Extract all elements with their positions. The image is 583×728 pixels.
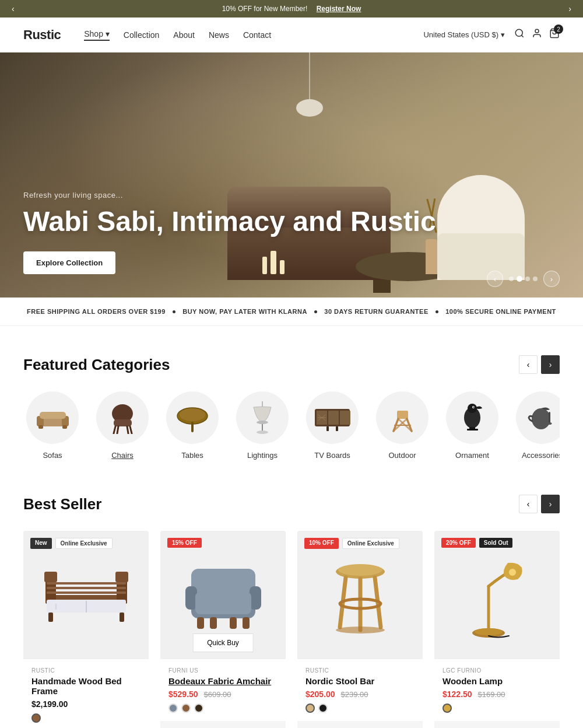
product-img-2: 15% OFF Qui (160, 531, 286, 659)
categories-section: Featured Categories ‹ › Sofas (0, 326, 583, 489)
product-card-4[interactable]: 20% OFF Sold Out (434, 531, 560, 728)
svg-rect-25 (340, 411, 350, 425)
hero-prev-btn[interactable]: ‹ (487, 271, 503, 287)
svg-rect-44 (549, 412, 550, 424)
category-tables[interactable]: Tables (163, 391, 222, 460)
category-outdoor[interactable]: Outdoor (373, 391, 431, 460)
svg-line-11 (114, 426, 115, 433)
hero-controls: ‹ › (487, 271, 560, 287)
product-card-1[interactable]: New Online Exclusive (23, 531, 149, 728)
sale-price-3: $205.00 (305, 690, 335, 699)
bestseller-section: Best Seller ‹ › New Online Exclusive (0, 489, 583, 728)
categories-title: Featured Categories (23, 356, 170, 374)
category-ornament[interactable]: Ornament (443, 391, 501, 460)
hero-dot-2[interactable] (517, 276, 522, 282)
header-icons: 2 (514, 28, 560, 41)
swatch-4-1[interactable] (442, 704, 452, 713)
product-img-4: 20% OFF Sold Out (434, 531, 560, 659)
outdoor-icon (387, 402, 419, 434)
product-badges-2: 15% OFF (167, 538, 202, 548)
badge-online-3: Online Exclusive (342, 538, 399, 549)
tables-icon (174, 403, 212, 432)
product-brand-4: LGC FURNIO (442, 667, 552, 674)
category-tvboards[interactable]: TV Boards (303, 391, 361, 460)
feature-shipping-text: FREE SHIPPING ALL ORDERS OVER $199 (27, 308, 166, 315)
announcement-link[interactable]: Register Now (317, 5, 361, 13)
swatch-2-1[interactable] (168, 704, 178, 713)
category-tables-circle (166, 391, 219, 444)
swatch-1-1[interactable] (31, 713, 41, 723)
cart-button[interactable]: 2 (549, 28, 560, 41)
original-price-3: $239.00 (341, 690, 368, 699)
hero-chair (437, 175, 536, 280)
swatch-2-3[interactable] (194, 704, 203, 713)
hero-title: Wabi Sabi, Intimacy and Rustic (23, 206, 436, 237)
svg-rect-31 (397, 411, 408, 419)
svg-point-74 (336, 626, 385, 634)
svg-point-21 (257, 430, 268, 434)
category-ornament-circle (446, 391, 498, 444)
hero-section: Refresh your living space... Wabi Sabi, … (0, 52, 583, 298)
category-lightings[interactable]: Lightings (233, 391, 292, 460)
product-card-2[interactable]: 15% OFF Qui (160, 531, 286, 728)
product-card-3[interactable]: 10% OFF Online Exclusive (297, 531, 423, 728)
nav-contact[interactable]: Contact (243, 30, 271, 40)
chairs-icon (107, 402, 139, 434)
badge-sold-4: Sold Out (479, 538, 513, 548)
feature-return-text: 30 DAYS RETURN GUARANTEE (324, 308, 428, 315)
announcement-next[interactable]: › (566, 4, 574, 13)
svg-rect-60 (191, 569, 255, 595)
account-button[interactable] (532, 28, 542, 41)
category-sofas[interactable]: Sofas (23, 391, 82, 460)
svg-rect-65 (210, 617, 217, 629)
hero-dot-4[interactable] (533, 276, 538, 281)
product-price-2: $529.50 $609.00 (168, 690, 278, 699)
product-badges-3: 10% OFF Online Exclusive (304, 538, 399, 549)
explore-collection-button[interactable]: Explore Collection (23, 251, 115, 274)
product-name-1: Handmade Wood Bed Frame (31, 676, 141, 696)
product-name-2[interactable]: Bodeaux Fabric Amchair (168, 676, 278, 686)
nav-shop[interactable]: Shop ▾ (84, 29, 110, 41)
svg-point-43 (532, 408, 550, 429)
quick-buy-btn-2[interactable]: Quick Buy (192, 634, 254, 652)
product-brand-3: RUSTIC (305, 667, 415, 674)
logo[interactable]: Rustic (23, 27, 61, 43)
announcement-bar: ‹ 10% OFF for New Member! Register Now › (0, 0, 583, 18)
swatch-3-1[interactable] (305, 704, 315, 713)
svg-point-1 (535, 29, 539, 33)
swatches-2 (168, 704, 278, 713)
announcement-prev[interactable]: ‹ (9, 4, 17, 13)
search-button[interactable] (514, 28, 525, 41)
svg-rect-8 (62, 425, 67, 429)
bestseller-prev-btn[interactable]: ‹ (519, 495, 538, 513)
currency-selector[interactable]: United States (USD $) ▾ (423, 30, 505, 39)
nav-news[interactable]: News (209, 30, 229, 40)
svg-rect-64 (197, 617, 204, 629)
hero-next-btn[interactable]: › (543, 271, 560, 287)
nav-about[interactable]: About (173, 30, 195, 40)
product-info-2: FURNI US Bodeaux Fabric Amchair $529.50 … (160, 659, 286, 721)
swatch-2-2[interactable] (181, 704, 191, 713)
feature-secure-text: 100% SECURE ONLINE PAYMENT (445, 308, 556, 315)
category-sofas-label: Sofas (43, 451, 62, 460)
bestseller-next-btn[interactable]: › (541, 495, 560, 513)
svg-rect-53 (47, 592, 126, 594)
category-accessories[interactable]: Accessories (513, 391, 560, 460)
nav-collection[interactable]: Collection (124, 30, 159, 40)
swatches-4 (442, 704, 552, 713)
hero-dot-1[interactable] (509, 276, 514, 281)
announcement-next-btn[interactable]: › (566, 4, 574, 13)
category-tvboards-circle (306, 391, 359, 444)
swatch-3-2[interactable] (318, 704, 328, 713)
product-price-4: $122.50 $169.00 (442, 690, 552, 699)
category-chairs[interactable]: Chairs (93, 391, 152, 460)
product-img-3: 10% OFF Online Exclusive (297, 531, 423, 659)
category-chairs-label: Chairs (111, 451, 134, 460)
badge-sale-4: 20% OFF (441, 538, 476, 548)
category-outdoor-label: Outdoor (389, 451, 416, 460)
hero-dot-3[interactable] (525, 276, 530, 281)
announcement-prev-btn[interactable]: ‹ (9, 4, 17, 13)
categories-next-btn[interactable]: › (541, 355, 560, 374)
hero-table-leg (373, 280, 391, 293)
categories-prev-btn[interactable]: ‹ (519, 355, 538, 374)
